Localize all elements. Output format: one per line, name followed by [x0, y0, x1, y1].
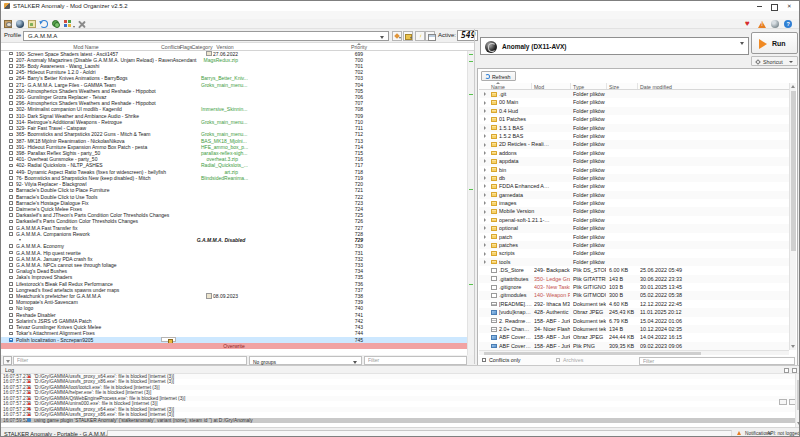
mod-enable-checkbox[interactable] — [9, 151, 13, 155]
mod-enable-checkbox[interactable] — [9, 300, 13, 304]
mod-enable-checkbox[interactable] — [9, 164, 13, 168]
mod-enable-checkbox[interactable] — [9, 101, 13, 105]
expand-chevron-icon[interactable] — [484, 184, 486, 188]
mod-enable-checkbox[interactable] — [9, 282, 13, 286]
tree-row[interactable]: gamedata Folder plików — [479, 191, 789, 199]
open-log-folder-icon[interactable] — [779, 399, 787, 405]
tree-row[interactable]: appdata Folder plików — [479, 157, 789, 165]
mod-enable-checkbox[interactable] — [9, 213, 13, 217]
tree-row[interactable]: .gitmodules 140- Weapon P... Plik GITMOD… — [479, 291, 789, 299]
notifications-warning-icon[interactable] — [737, 431, 741, 435]
tree-row[interactable]: patches Folder plików — [479, 241, 789, 249]
expand-chevron-icon[interactable] — [484, 210, 486, 214]
mod-enable-checkbox[interactable] — [9, 83, 13, 87]
tree-row[interactable]: 2D Reticles - Realistic-ish... Folder pl… — [479, 140, 789, 148]
col-header-mod[interactable]: Mod — [534, 84, 544, 90]
col-header-flags[interactable]: Flags — [180, 44, 193, 50]
mod-enable-checkbox[interactable] — [9, 251, 13, 255]
col-header-size[interactable]: Size — [609, 84, 619, 90]
expand-chevron-icon[interactable] — [484, 159, 486, 163]
log-row[interactable]: 16:07:59.525 using game plugin 'STALKER … — [1, 418, 795, 423]
nexus-web-icon[interactable] — [16, 20, 24, 28]
tree-row[interactable]: 2.0+ Changelog.txt 34- Nicer Flashli... … — [479, 325, 789, 333]
expand-chevron-icon[interactable] — [484, 117, 486, 121]
tree-row[interactable]: 2. Readme for Changes +... 158- ABF - Ju… — [479, 317, 789, 325]
tree-row[interactable]: 1.5.1 BAS Folder plików — [479, 124, 789, 132]
tree-row[interactable]: scripts Folder plików — [479, 249, 789, 257]
mod-enable-checkbox[interactable] — [9, 70, 13, 74]
executables-gears-icon[interactable] — [52, 20, 60, 28]
mod-enable-checkbox[interactable] — [9, 325, 13, 329]
log-scrollbar[interactable] — [795, 374, 800, 427]
profile-select[interactable]: G.A.M.M.A — [23, 31, 389, 41]
col-header-priority[interactable]: Priority — [351, 44, 367, 50]
tree-row[interactable]: ABF Cover Image.png 158- ABF - Jurk... P… — [479, 342, 789, 350]
mod-enable-checkbox[interactable] — [9, 114, 13, 118]
run-button[interactable]: Run — [751, 32, 798, 54]
group-filter-input[interactable] — [364, 356, 467, 365]
mod-enable-checkbox[interactable] — [9, 77, 13, 81]
tree-row[interactable]: [vudu]knapski.jpg 428- Authentic ... Obr… — [479, 308, 789, 316]
dock-float-icon[interactable] — [784, 368, 789, 373]
expand-chevron-icon[interactable] — [484, 151, 486, 155]
support-heart-icon[interactable]: ♥ — [745, 20, 753, 28]
expand-chevron-icon[interactable] — [484, 134, 486, 138]
data-filter-input[interactable] — [639, 357, 795, 365]
tree-row[interactable]: optional Folder plików — [479, 224, 789, 232]
mod-enable-checkbox[interactable] — [9, 195, 13, 199]
mod-enable-checkbox[interactable] — [9, 232, 13, 236]
mod-enable-checkbox[interactable] — [9, 207, 13, 211]
tree-row[interactable]: 00 Main Folder plików — [479, 98, 789, 106]
minimize-button[interactable] — [753, 1, 767, 11]
tree-row[interactable]: bin Folder plików — [479, 166, 789, 174]
groups-select[interactable]: No groups — [249, 356, 362, 365]
tree-row[interactable]: 0.4 Hud Folder plików — [479, 107, 789, 115]
problems-warning-icon[interactable] — [758, 20, 766, 28]
mod-enable-checkbox[interactable] — [9, 294, 13, 298]
expand-chevron-icon[interactable] — [484, 243, 486, 247]
mod-enable-checkbox[interactable] — [9, 319, 13, 323]
maximize-button[interactable] — [767, 1, 781, 11]
mod-enable-checkbox[interactable] — [9, 226, 13, 230]
mod-enable-checkbox[interactable] — [9, 307, 13, 311]
profile-card-icon[interactable] — [28, 20, 36, 28]
refresh-button[interactable]: Refresh — [481, 71, 516, 81]
shortcut-button[interactable]: Shortcut — [751, 56, 798, 66]
expand-chevron-icon[interactable] — [484, 168, 486, 172]
tree-row[interactable]: 1.5.2 BAS Folder plików — [479, 132, 789, 140]
tree-row[interactable]: .git Folder plików — [479, 90, 789, 98]
mod-enable-checkbox[interactable] — [9, 133, 13, 137]
expand-chevron-icon[interactable] — [484, 201, 486, 205]
filter-options-button[interactable] — [3, 356, 12, 365]
expand-chevron-icon[interactable] — [484, 252, 486, 256]
tree-row[interactable]: .DS_Store 249- Backpack I... Plik DS_STO… — [479, 266, 789, 274]
mod-enable-checkbox[interactable] — [9, 189, 13, 193]
tree-row[interactable]: db Folder plików — [479, 174, 789, 182]
mod-enable-checkbox[interactable] — [9, 126, 13, 130]
mod-filter-input[interactable] — [13, 356, 247, 365]
mod-enable-checkbox[interactable] — [9, 58, 13, 62]
mod-enable-checkbox[interactable] — [9, 263, 13, 267]
mod-enable-checkbox[interactable] — [9, 338, 13, 342]
col-header-name[interactable]: Name — [491, 84, 505, 90]
expand-chevron-icon[interactable] — [484, 176, 486, 180]
mod-enable-checkbox[interactable] — [9, 145, 13, 149]
conflicts-only-checkbox[interactable] — [482, 358, 486, 362]
executable-select[interactable]: Anomaly (DX11-AVX) — [480, 37, 749, 55]
quick-action-button[interactable] — [415, 31, 425, 41]
col-header-mod-name[interactable]: Mod Name — [73, 44, 98, 50]
refresh-icon[interactable] — [40, 20, 48, 28]
tree-row[interactable]: [README].txt 292- Ithaca M3... Dokument … — [479, 300, 789, 308]
expand-chevron-icon[interactable] — [484, 126, 486, 130]
tree-row[interactable]: .gitignore 403- New Tasks ... Plik GITIG… — [479, 283, 789, 291]
tree-row[interactable]: .gitattributes 350- Ledge Gra... Plik GI… — [479, 275, 789, 283]
expand-chevron-icon[interactable] — [484, 235, 486, 239]
archives-checkbox[interactable] — [556, 358, 560, 362]
mod-enable-checkbox[interactable] — [9, 201, 13, 205]
settings-tools-icon[interactable] — [78, 20, 86, 28]
mod-enable-checkbox[interactable] — [9, 276, 13, 280]
expand-chevron-icon[interactable] — [484, 226, 486, 230]
col-header-category[interactable]: Category — [191, 44, 212, 50]
mod-row[interactable]: Overwrite — [1, 343, 467, 349]
expand-chevron-icon[interactable] — [484, 218, 486, 222]
